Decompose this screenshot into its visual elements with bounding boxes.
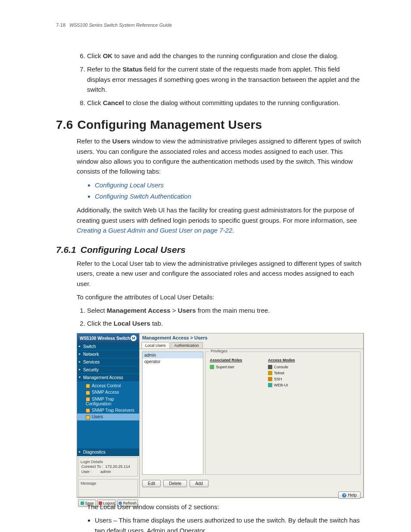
subsection-heading: 7.6.1Configuring Local Users [56, 245, 364, 255]
ssh-icon [268, 377, 272, 381]
link-config-switch-auth[interactable]: Configuring Switch Authentication [95, 191, 364, 202]
section-heading: 7.6Configuring Management Users [56, 118, 364, 132]
sections-bullets: Users – This frame displays the users au… [86, 515, 364, 532]
nav-tree: Switch Network Services Security Managem… [77, 343, 139, 422]
label-status: Status [123, 65, 143, 73]
nav-services[interactable]: Services [77, 358, 139, 366]
guest-paragraph: Additionally, the switch Web UI has the … [77, 205, 364, 235]
section-number: 7.6 [56, 118, 73, 131]
section-title: Configuring Management Users [78, 118, 262, 131]
step-7: Refer to the Status field for the curren… [87, 64, 364, 94]
numbered-steps-a: Click OK to save and add the changes to … [77, 51, 364, 108]
nav-access-control[interactable]: Access Control [77, 383, 139, 389]
nav-network[interactable]: Network [77, 351, 139, 358]
roles-title: Associated Roles [210, 358, 242, 362]
motorola-logo-icon: M [131, 335, 137, 341]
nav-security[interactable]: Security [77, 366, 139, 374]
roles-column: Associated Roles SuperUser [210, 358, 242, 388]
login-details-box: Login Details Connect To : 172.20.25.114… [78, 457, 138, 476]
step-b1: Select Management Access > Users from th… [87, 305, 364, 316]
subsection-title: Configuring Local Users [81, 245, 186, 255]
label-cancel: Cancel [103, 99, 124, 106]
privileges-legend: Privileges [209, 349, 229, 353]
step-6: Click OK to save and add the changes to … [87, 51, 364, 61]
main-panel: Management Access > Users Local Users Au… [140, 333, 363, 497]
modes-title: Access Modes [268, 358, 295, 362]
help-icon: ? [342, 493, 346, 498]
tab-row: Local Users Authentication [140, 342, 363, 349]
nav-switch[interactable]: Switch [77, 343, 139, 351]
tab-local-users[interactable]: Local Users [141, 342, 170, 348]
mode-console: Console [268, 364, 295, 370]
mode-ssh: SSH [268, 376, 295, 382]
configure-lead: To configure the attributes of Local Use… [77, 292, 364, 302]
webui-icon [268, 383, 272, 387]
message-box: Message [78, 479, 138, 497]
help-button[interactable]: ? Help [338, 492, 361, 499]
save-icon [81, 501, 84, 505]
superuser-icon [210, 365, 214, 369]
link-config-local-users[interactable]: Configuring Local Users [95, 180, 364, 191]
edit-button[interactable]: Edit [142, 480, 161, 487]
page-number: 7-18 [56, 22, 65, 28]
user-admin[interactable]: admin [143, 352, 203, 358]
step-b2: Click the Local Users tab. [87, 318, 364, 329]
subsection-number: 7.6.1 [56, 245, 76, 255]
delete-button[interactable]: Delete [163, 480, 187, 487]
login-legend: Login Details [81, 460, 136, 464]
help-row: ? Help [140, 490, 363, 501]
login-connect-row: Connect To : 172.20.25.114 [81, 464, 136, 469]
nav-management-access[interactable]: Management Access [77, 374, 139, 382]
nav-diagnostics[interactable]: Diagnostics [77, 448, 139, 456]
link-bullets: Configuring Local Users Configuring Swit… [86, 180, 364, 202]
numbered-steps-b: Select Management Access > Users from th… [77, 305, 364, 329]
subsection-intro: Refer to the Local User tab to view the … [77, 258, 364, 289]
telnet-icon [268, 371, 272, 375]
add-button[interactable]: Add [190, 480, 209, 487]
message-body [81, 485, 136, 495]
privileges-columns: Associated Roles SuperUser Access Modes … [210, 358, 356, 388]
mode-telnet: Telnet [268, 370, 295, 376]
modes-column: Access Modes Console Telnet SSH WEB-UI [268, 358, 295, 388]
intro-paragraph: Refer to the Users window to view the ad… [77, 136, 364, 176]
nav-spacer [77, 422, 139, 448]
role-superuser: SuperUser [210, 364, 242, 370]
nav-subtree: Access Control SNMP Access SNMP Trap Con… [77, 382, 139, 422]
user-list[interactable]: admin operator [142, 352, 203, 475]
bullet-users-section: Users – This frame displays the users au… [95, 515, 364, 532]
sidebar: WS5100 Wireless Switch M Switch Network … [77, 333, 140, 497]
doc-title: WS5100 Series Switch System Reference Gu… [69, 22, 172, 28]
nav-snmp-access[interactable]: SNMP Access [77, 389, 139, 395]
step-8: Click Cancel to close the dialog without… [87, 98, 364, 108]
console-icon [268, 365, 272, 369]
nav-users[interactable]: Users [77, 414, 139, 420]
content-row: admin operator Privileges Associated Rol… [142, 352, 361, 475]
link-creating-guest[interactable]: Creating a Guest Admin and Guest User on… [77, 227, 232, 234]
sections-lead: The Local User window consists of 2 sect… [87, 502, 364, 512]
label-ok: OK [103, 52, 113, 59]
user-operator[interactable]: operator [143, 358, 203, 365]
window-titlebar: WS5100 Wireless Switch M [77, 333, 139, 343]
privileges-box: Privileges Associated Roles SuperUser Ac… [205, 352, 361, 475]
nav-snmp-trap-config[interactable]: SNMP Trap Configuration [77, 396, 139, 407]
action-button-row: Edit Delete Add [140, 477, 363, 490]
tab-authentication[interactable]: Authentication [171, 342, 203, 348]
window-title: WS5100 Wireless Switch [80, 336, 130, 341]
nav-snmp-trap-receivers[interactable]: SNMP Trap Receivers [77, 407, 139, 414]
breadcrumb: Management Access > Users [140, 333, 363, 342]
message-legend: Message [81, 481, 136, 485]
screenshot-users-window: WS5100 Wireless Switch M Switch Network … [77, 333, 364, 498]
page: 7-18 WS5100 Series Switch System Referen… [0, 0, 411, 532]
label-users: Users [112, 137, 131, 145]
login-user-row: User : admin [81, 469, 136, 474]
mode-webui: WEB-UI [268, 382, 295, 388]
running-header: 7-18 WS5100 Series Switch System Referen… [56, 22, 364, 28]
